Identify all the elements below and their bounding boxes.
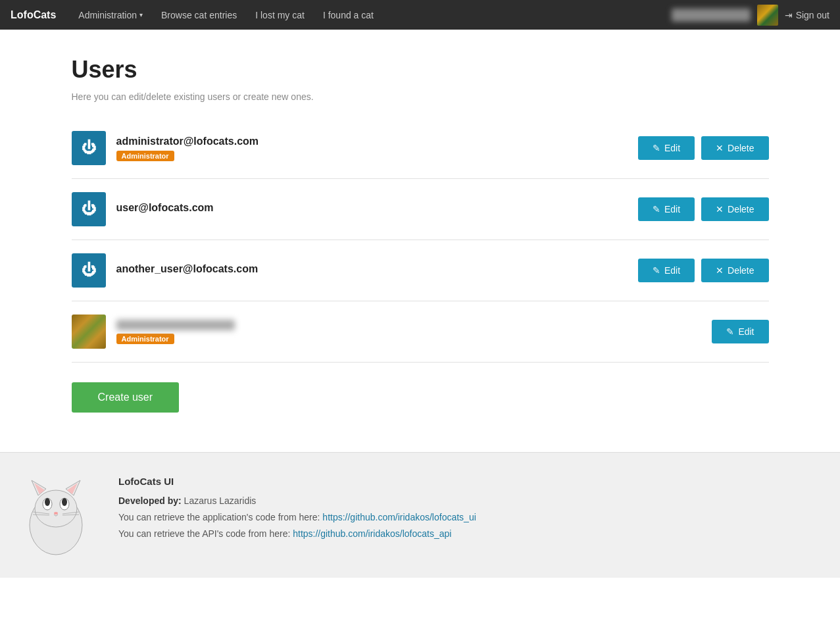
user-avatar-box xyxy=(72,315,106,349)
user-info: Administrator xyxy=(116,320,712,344)
delete-button[interactable]: ✕ Delete xyxy=(701,259,768,282)
page-title: Users xyxy=(72,56,769,84)
table-row: ⏻ another_user@lofocats.com ✎ Edit ✕ Del… xyxy=(72,240,769,301)
edit-button[interactable]: ✎ Edit xyxy=(638,197,695,221)
user-info: administrator@lofocats.com Administrator xyxy=(116,136,638,161)
user-info: user@lofocats.com xyxy=(116,202,638,216)
admin-badge: Administrator xyxy=(116,334,174,344)
table-row: Administrator ✎ Edit xyxy=(72,301,769,363)
edit-icon: ✎ xyxy=(653,265,660,276)
admin-badge: Administrator xyxy=(116,151,174,161)
footer-code-line: You can retrieve the application's code … xyxy=(118,509,476,526)
nav-user-name-blurred xyxy=(672,9,751,22)
signout-button[interactable]: ⇥ Sign out xyxy=(785,10,829,20)
nav-user-area: ⇥ Sign out xyxy=(672,5,829,26)
cat-avatar-image xyxy=(72,315,106,349)
edit-icon: ✎ xyxy=(726,326,734,337)
edit-button[interactable]: ✎ Edit xyxy=(712,320,768,343)
table-row: ⏻ administrator@lofocats.com Administrat… xyxy=(72,118,769,179)
user-actions: ✎ Edit ✕ Delete xyxy=(638,259,769,282)
footer-api-line: You can retrieve the API's code from her… xyxy=(118,526,476,542)
user-email-blurred xyxy=(116,320,235,330)
edit-icon: ✎ xyxy=(653,204,660,215)
nav-item-browse[interactable]: Browse cat entries xyxy=(152,0,246,30)
user-avatar-box: ⏻ xyxy=(72,131,106,165)
power-icon: ⏻ xyxy=(82,202,96,216)
delete-button[interactable]: ✕ Delete xyxy=(701,136,768,160)
footer: LofoCats UI Developed by: Lazarus Lazari… xyxy=(0,452,840,578)
footer-info: LofoCats UI Developed by: Lazarus Lazari… xyxy=(118,472,476,543)
nav-item-found[interactable]: I found a cat xyxy=(314,0,383,30)
delete-icon: ✕ xyxy=(716,143,724,153)
user-avatar-box: ⏻ xyxy=(72,192,106,226)
footer-code-link[interactable]: https://github.com/iridakos/lofocats_ui xyxy=(322,512,476,522)
power-icon: ⏻ xyxy=(82,141,96,155)
user-info: another_user@lofocats.com xyxy=(116,263,638,278)
nav-brand[interactable]: LofoCats xyxy=(11,9,56,21)
footer-cat-image xyxy=(13,472,99,558)
user-list: ⏻ administrator@lofocats.com Administrat… xyxy=(72,118,769,363)
user-email: administrator@lofocats.com xyxy=(116,136,638,147)
nav-item-lost[interactable]: I lost my cat xyxy=(246,0,314,30)
power-icon: ⏻ xyxy=(82,263,96,278)
page-subtitle: Here you can edit/delete existing users … xyxy=(72,91,769,102)
user-email: another_user@lofocats.com xyxy=(116,263,638,275)
user-email: user@lofocats.com xyxy=(116,202,638,214)
svg-point-1 xyxy=(35,490,77,527)
footer-title: LofoCats UI xyxy=(118,472,476,490)
user-actions: ✎ Edit ✕ Delete xyxy=(638,136,769,160)
main-content: Users Here you can edit/delete existing … xyxy=(59,30,782,452)
delete-icon: ✕ xyxy=(716,265,724,276)
delete-icon: ✕ xyxy=(716,204,724,215)
edit-icon: ✎ xyxy=(653,143,660,153)
delete-button[interactable]: ✕ Delete xyxy=(701,197,768,221)
footer-developed-by: Developed by: Lazarus Lazaridis xyxy=(118,493,476,509)
footer-api-link[interactable]: https://github.com/iridakos/lofocats_api xyxy=(293,528,451,539)
nav-item-administration[interactable]: Administration ▾ xyxy=(69,0,152,30)
navbar: LofoCats Administration ▾ Browse cat ent… xyxy=(0,0,840,30)
edit-button[interactable]: ✎ Edit xyxy=(638,259,695,282)
chevron-down-icon: ▾ xyxy=(139,11,143,18)
nav-avatar xyxy=(757,5,778,26)
svg-point-10 xyxy=(54,512,58,515)
user-actions: ✎ Edit ✕ Delete xyxy=(638,197,769,221)
signout-icon: ⇥ xyxy=(785,10,793,20)
svg-point-8 xyxy=(45,498,50,506)
table-row: ⏻ user@lofocats.com ✎ Edit ✕ Delete xyxy=(72,179,769,240)
create-user-button[interactable]: Create user xyxy=(72,382,180,413)
user-actions: ✎ Edit xyxy=(712,320,768,343)
nav-administration-label: Administration xyxy=(78,10,137,20)
nav-avatar-image xyxy=(757,5,778,26)
user-avatar-box: ⏻ xyxy=(72,253,106,288)
svg-point-9 xyxy=(62,498,67,506)
edit-button[interactable]: ✎ Edit xyxy=(638,136,695,160)
signout-label: Sign out xyxy=(796,10,829,20)
